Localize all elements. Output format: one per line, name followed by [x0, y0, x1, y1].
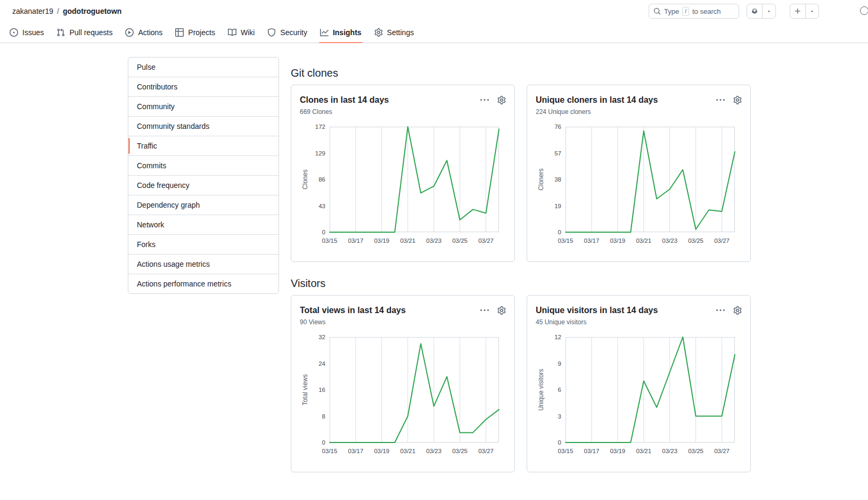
svg-text:03/25: 03/25 [452, 448, 468, 454]
kebab-icon [716, 96, 725, 104]
svg-text:12: 12 [554, 334, 561, 340]
issue-opened-icon [10, 28, 18, 37]
svg-text:0: 0 [558, 229, 561, 235]
sidebar-item-community[interactable]: Community [128, 96, 279, 116]
kebab-menu-button[interactable] [480, 96, 489, 104]
card-settings-button[interactable] [733, 306, 742, 315]
svg-text:03/19: 03/19 [610, 237, 625, 244]
svg-text:03/17: 03/17 [584, 448, 600, 454]
card-title: Unique visitors in last 14 days [536, 304, 708, 317]
sidebar-item-commits[interactable]: Commits [128, 155, 279, 175]
tab-label: Insights [333, 28, 362, 37]
tab-pull-requests[interactable]: Pull requests [52, 22, 117, 43]
shield-icon [267, 28, 276, 37]
kebab-menu-button[interactable] [716, 306, 725, 315]
gear-icon [733, 96, 742, 104]
search-placeholder-pre: Type [664, 7, 679, 15]
table-icon [175, 28, 184, 37]
tab-actions[interactable]: Actions [121, 22, 167, 43]
sidebar-item-code-frequency[interactable]: Code frequency [128, 175, 279, 195]
copilot-button[interactable] [747, 4, 762, 18]
svg-text:Total views: Total views [301, 374, 309, 406]
svg-text:03/17: 03/17 [348, 448, 364, 454]
svg-text:03/25: 03/25 [452, 237, 468, 244]
copilot-dropdown-button[interactable] [762, 4, 775, 18]
kebab-menu-button[interactable] [716, 96, 725, 104]
svg-text:19: 19 [554, 203, 561, 209]
sidebar-item-pulse[interactable]: Pulse [128, 58, 279, 77]
visitors-section: Visitors Total views in last 14 days 90 … [291, 277, 751, 472]
tab-label: Projects [188, 28, 215, 37]
gear-icon [733, 306, 742, 315]
tab-label: Pull requests [69, 28, 112, 37]
tab-label: Settings [387, 28, 414, 37]
avatar[interactable] [860, 6, 868, 15]
gear-icon [374, 28, 383, 37]
svg-text:03/23: 03/23 [426, 237, 441, 244]
svg-text:43: 43 [318, 203, 325, 209]
svg-text:0: 0 [322, 439, 325, 446]
triangle-down-icon [766, 9, 772, 14]
play-icon [125, 28, 134, 37]
tab-issues[interactable]: Issues [5, 22, 48, 43]
search-placeholder-post: to search [692, 7, 720, 15]
sidebar-item-forks[interactable]: Forks [128, 234, 279, 254]
breadcrumb-owner[interactable]: zakanater19 [12, 7, 53, 15]
book-icon [228, 28, 236, 37]
search-input[interactable]: Type / to search [649, 4, 739, 19]
plus-icon [794, 7, 801, 15]
svg-text:38: 38 [554, 176, 561, 183]
card-settings-button[interactable] [733, 96, 742, 104]
card-settings-button[interactable] [497, 96, 506, 104]
tab-wiki[interactable]: Wiki [224, 22, 259, 43]
insights-sidebar: Pulse Contributors Community Community s… [128, 57, 279, 294]
svg-text:03/15: 03/15 [558, 448, 574, 454]
tab-label: Security [280, 28, 307, 37]
tab-settings[interactable]: Settings [370, 22, 419, 43]
sidebar-item-actions-performance-metrics[interactable]: Actions performance metrics [128, 274, 279, 293]
sidebar-item-network[interactable]: Network [128, 215, 279, 234]
sidebar-item-traffic[interactable]: Traffic [128, 136, 279, 155]
svg-text:57: 57 [554, 150, 561, 157]
card-title: Unique cloners in last 14 days [536, 94, 708, 106]
svg-text:03/25: 03/25 [688, 237, 703, 244]
section-heading-visitors: Visitors [291, 277, 751, 290]
section-heading-git-clones: Git clones [291, 67, 751, 79]
kebab-icon [716, 306, 725, 315]
tab-projects[interactable]: Projects [171, 22, 219, 43]
tab-insights[interactable]: Insights [316, 22, 366, 43]
gear-icon [497, 96, 506, 104]
svg-text:76: 76 [554, 124, 561, 130]
sidebar-item-actions-usage-metrics[interactable]: Actions usage metrics [128, 254, 279, 274]
svg-text:03/21: 03/21 [400, 448, 415, 454]
svg-text:03/15: 03/15 [558, 237, 574, 244]
tab-security[interactable]: Security [263, 22, 312, 43]
breadcrumb-repo[interactable]: godotroguetown [63, 7, 121, 15]
svg-text:03/21: 03/21 [400, 237, 415, 244]
svg-text:172: 172 [315, 124, 325, 130]
create-new-button[interactable] [790, 4, 805, 18]
card-title: Clones in last 14 days [300, 94, 472, 106]
global-header: zakanater19 / godotroguetown Type / to s… [0, 0, 868, 43]
kebab-menu-button[interactable] [480, 306, 489, 315]
sidebar-item-dependency-graph[interactable]: Dependency graph [128, 195, 279, 215]
card-total: 669 Clones [300, 108, 506, 116]
svg-text:3: 3 [558, 413, 561, 420]
sidebar-item-community-standards[interactable]: Community standards [128, 116, 279, 136]
card-title: Total views in last 14 days [300, 304, 472, 317]
svg-text:03/19: 03/19 [374, 237, 389, 244]
card-unique-visitors: Unique visitors in last 14 days 45 Uniqu… [527, 295, 751, 472]
card-settings-button[interactable] [497, 306, 506, 315]
copilot-icon [751, 7, 758, 15]
tab-label: Wiki [241, 28, 255, 37]
create-new-dropdown-button[interactable] [805, 4, 818, 18]
svg-text:16: 16 [318, 387, 325, 393]
sidebar-item-contributors[interactable]: Contributors [128, 77, 279, 96]
card-total-views: Total views in last 14 days 90 Views 081… [291, 295, 515, 472]
svg-text:03/19: 03/19 [374, 448, 389, 454]
clones-line-chart: 0438612917203/1503/1703/1903/2103/2303/2… [300, 122, 506, 253]
svg-text:03/15: 03/15 [322, 448, 338, 454]
gear-icon [497, 306, 506, 315]
card-total: 90 Views [300, 318, 506, 326]
total-views-line-chart: 0816243203/1503/1703/1903/2103/2303/2503… [300, 333, 506, 463]
